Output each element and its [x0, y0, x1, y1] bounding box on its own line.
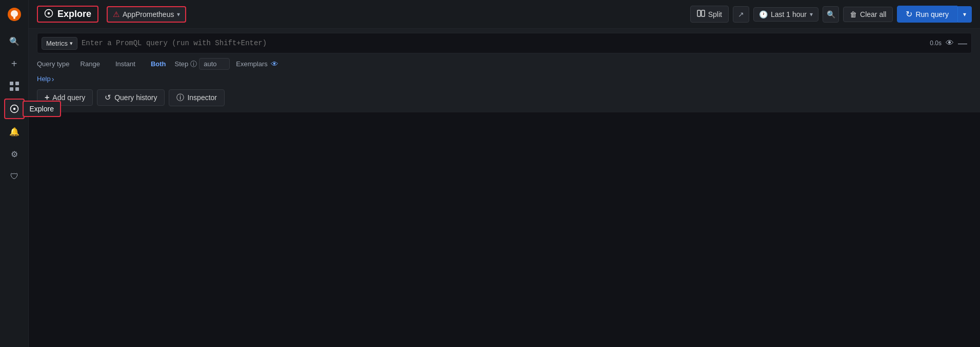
- trash-icon: 🗑: [850, 10, 857, 18]
- svg-rect-2: [15, 82, 19, 85]
- content-area: [29, 112, 980, 348]
- split-button[interactable]: Split: [690, 6, 729, 23]
- remove-query-icon[interactable]: —: [958, 38, 967, 49]
- help-arrow-icon: ›: [52, 75, 54, 83]
- topbar-actions: Split ↗ 🕐 Last 1 hour ▾ 🔍 🗑 Clear all ↻: [690, 6, 972, 23]
- step-group: Step ⓘ: [175, 58, 230, 70]
- topbar-explore-section: Explore: [37, 6, 98, 23]
- datasource-name: AppPrometheus: [123, 10, 174, 18]
- sidebar-item-settings[interactable]: ⚙: [4, 144, 25, 164]
- bottom-actions: + Add query ↺ Query history ⓘ Inspector: [37, 89, 972, 108]
- datasource-chevron-icon: ▾: [177, 11, 180, 18]
- query-type-label: Query type: [37, 60, 70, 68]
- query-row: Metrics ▾ 0.0s 👁 —: [37, 33, 972, 53]
- query-type-row: Query type Range Instant Both Step ⓘ Exe…: [37, 57, 972, 70]
- split-label: Split: [708, 10, 722, 18]
- svg-rect-10: [702, 10, 705, 16]
- share-button[interactable]: ↗: [733, 6, 749, 23]
- run-query-group: ↻ Run query ▾: [897, 6, 972, 23]
- main-content: Explore ⚠ AppPrometheus ▾ Split ↗: [29, 0, 980, 347]
- run-icon: ↻: [906, 9, 912, 19]
- clear-all-label: Clear all: [860, 10, 886, 18]
- explore-sidebar-label: Explore: [23, 101, 61, 117]
- query-history-button[interactable]: ↺ Query history: [97, 89, 165, 106]
- step-label: Step: [175, 60, 189, 68]
- zoom-out-icon: 🔍: [827, 10, 835, 18]
- run-query-button[interactable]: ↻ Run query: [897, 6, 957, 23]
- time-chevron-icon: ▾: [810, 11, 813, 18]
- help-label: Help: [37, 75, 51, 83]
- datasource-selector[interactable]: ⚠ AppPrometheus ▾: [107, 6, 186, 23]
- sidebar-item-dashboards[interactable]: [4, 76, 25, 97]
- eye-icon[interactable]: 👁: [946, 38, 954, 48]
- metrics-label: Metrics: [46, 40, 68, 47]
- explore-compass-icon: [44, 9, 53, 20]
- svg-point-8: [48, 12, 50, 15]
- zoom-out-button[interactable]: 🔍: [823, 6, 839, 23]
- run-query-label: Run query: [915, 10, 949, 18]
- tab-both[interactable]: Both: [144, 57, 173, 70]
- query-history-label: Query history: [114, 93, 157, 102]
- metrics-chevron-icon: ▾: [70, 40, 73, 47]
- sidebar-item-alerts[interactable]: 🔔: [4, 121, 25, 142]
- run-dropdown-chevron-icon: ▾: [963, 11, 966, 18]
- step-input[interactable]: [199, 58, 230, 70]
- svg-rect-1: [10, 82, 13, 85]
- step-info-icon[interactable]: ⓘ: [190, 60, 197, 69]
- time-label: Last 1 hour: [771, 10, 807, 18]
- sidebar-item-search[interactable]: 🔍: [4, 31, 25, 51]
- run-query-dropdown-button[interactable]: ▾: [957, 6, 972, 23]
- sidebar-item-admin[interactable]: 🛡: [4, 166, 25, 187]
- time-picker[interactable]: 🕐 Last 1 hour ▾: [753, 7, 818, 22]
- grafana-logo[interactable]: [4, 4, 25, 25]
- svg-rect-3: [10, 87, 13, 91]
- query-time-display: 0.0s: [930, 40, 942, 47]
- svg-rect-4: [15, 87, 19, 91]
- tab-instant[interactable]: Instant: [109, 57, 142, 70]
- inspector-label: Inspector: [187, 93, 217, 102]
- topbar-explore-label: Explore: [57, 9, 91, 20]
- query-section: Metrics ▾ 0.0s 👁 — Query type Range Inst…: [29, 29, 980, 112]
- split-icon: [697, 9, 705, 19]
- sidebar: 🔍 + Explore 🔔 ⚙ 🛡: [0, 0, 29, 347]
- help-link[interactable]: Help ›: [37, 75, 54, 83]
- svg-point-6: [13, 108, 15, 110]
- exemplars-group: Exemplars 👁: [236, 60, 278, 68]
- promql-input[interactable]: [82, 39, 926, 47]
- inspector-button[interactable]: ⓘ Inspector: [169, 89, 225, 106]
- metrics-button[interactable]: Metrics ▾: [42, 37, 77, 50]
- clock-icon: 🕐: [759, 10, 768, 18]
- history-icon: ↺: [105, 93, 111, 102]
- inspector-info-icon: ⓘ: [176, 93, 184, 103]
- share-icon: ↗: [738, 10, 744, 18]
- tab-range[interactable]: Range: [74, 57, 107, 70]
- exemplars-toggle-icon[interactable]: 👁: [271, 60, 278, 68]
- topbar: Explore ⚠ AppPrometheus ▾ Split ↗: [29, 0, 980, 29]
- datasource-error-icon: ⚠: [113, 10, 119, 19]
- exemplars-label: Exemplars: [236, 60, 267, 68]
- clear-all-button[interactable]: 🗑 Clear all: [843, 7, 893, 22]
- sidebar-item-explore[interactable]: [4, 99, 25, 119]
- svg-rect-9: [697, 10, 701, 16]
- help-row: Help ›: [37, 74, 972, 83]
- sidebar-item-add[interactable]: +: [4, 53, 25, 74]
